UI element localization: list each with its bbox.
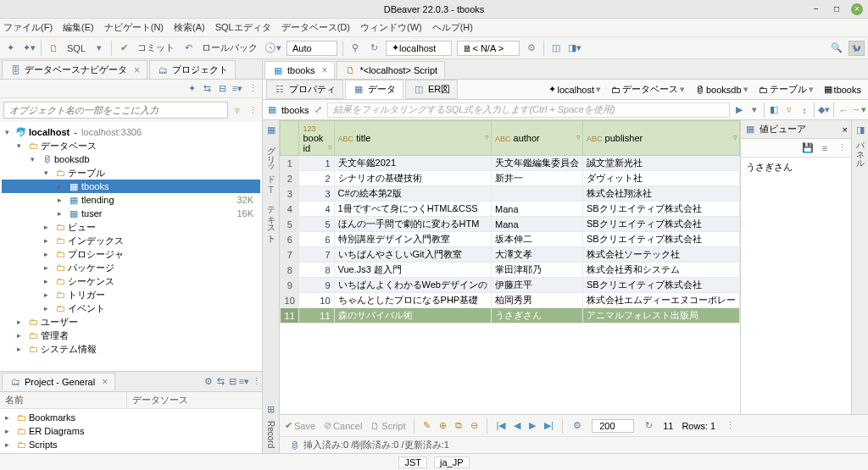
dup-row-icon[interactable]: ⧉ — [455, 420, 462, 431]
schema-select[interactable]: 🗎 < N/A > — [457, 41, 520, 56]
tree-table-tbooks[interactable]: ▸▦ tbooks — [2, 180, 260, 193]
save-button[interactable]: ✔Save — [285, 420, 315, 431]
col-datasource[interactable]: データソース — [127, 392, 193, 408]
subtab-er[interactable]: ◫ ER図 — [405, 80, 458, 99]
table-row[interactable]: 9 9 いちばんよくわかるWebデザインの 伊藤庄平 SBクリエイティブ株式会社 — [281, 278, 740, 293]
perspective-icon[interactable]: 🐿 — [849, 41, 865, 56]
table-row[interactable]: 4 4 1冊ですべて身につくHTML&CSS Mana SBクリエイティブ株式会… — [281, 202, 740, 217]
filter-menu-icon[interactable]: ⋮ — [247, 104, 259, 116]
mode-record[interactable]: Record — [266, 421, 275, 448]
tool1-icon[interactable]: ◫ — [549, 41, 563, 56]
menu-icon[interactable]: ⋮ — [250, 376, 262, 388]
connection-select[interactable]: ✦ localhost — [386, 41, 452, 56]
tree-connection[interactable]: ▾🐬 localhost - localhost:3306 — [2, 125, 260, 139]
project-item[interactable]: ▸🗀Bookmarks — [2, 411, 260, 424]
script-button[interactable]: 🗋Script — [370, 421, 405, 431]
menu-window[interactable]: ウィンドウ(W) — [360, 21, 422, 34]
tree-folder[interactable]: ▸🗀ユーザー — [2, 315, 260, 329]
column-header[interactable]: ABC publisher▿ — [582, 121, 739, 156]
cancel-button[interactable]: ⊘Cancel — [324, 420, 362, 431]
edit-row-icon[interactable]: ✎ — [423, 420, 431, 431]
tree-schema[interactable]: ▾🛢 booksdb — [2, 152, 260, 166]
tab-project[interactable]: 🗂 プロジェクト — [149, 60, 236, 79]
tree-table-tuser[interactable]: ▸▦ tuser16K — [2, 207, 260, 220]
table-row[interactable]: 6 6 特別講座デザイン入門教室 坂本伸二 SBクリエイティブ株式会社 — [281, 232, 740, 247]
table-row[interactable]: 7 7 いちばんやさしいGit入門教室 大澤文孝 株式会社ソーテック社 — [281, 247, 740, 263]
tree-folder[interactable]: ▸🗀インデックス — [2, 234, 260, 247]
project-item[interactable]: ▸🗀Scripts — [2, 438, 260, 451]
menu-database[interactable]: データベース(D) — [281, 21, 350, 34]
status-tz[interactable]: JST — [398, 456, 427, 468]
close-tab-icon[interactable]: × — [321, 64, 327, 76]
subtab-data[interactable]: ▦ データ — [345, 80, 403, 99]
maximize-button[interactable]: □ — [831, 3, 843, 15]
text-icon[interactable]: T — [265, 184, 277, 196]
tree-folder[interactable]: ▸🗀ビュー — [2, 220, 260, 234]
config-icon[interactable]: ≡▾ — [238, 376, 250, 388]
run-icon[interactable]: ▶ — [733, 104, 745, 116]
table-row[interactable]: 8 8 Vue.Js3 超入門 掌田津耶乃 株式会社秀和システム — [281, 263, 740, 278]
gear-icon[interactable]: ⚙ — [571, 420, 583, 432]
autocommit-select[interactable]: Auto — [287, 41, 337, 56]
menu-help[interactable]: ヘルプ(H) — [432, 21, 473, 34]
tree-tables-folder[interactable]: ▾🗀 テーブル — [2, 166, 260, 180]
new-connection-icon[interactable]: ✦ — [3, 41, 17, 56]
menu-file[interactable]: ファイル(F) — [3, 21, 53, 34]
sql-button[interactable]: 🗋 — [47, 41, 60, 56]
tab-db-navigator[interactable]: 🗄 データベースナビゲータ × — [2, 60, 147, 79]
search-icon[interactable]: 🔍 — [830, 41, 843, 56]
db-tree[interactable]: ▾🐬 localhost - localhost:3306 ▾🗀 データベース … — [0, 122, 262, 371]
status-locale[interactable]: ja_JP — [434, 456, 470, 468]
collapse-icon[interactable]: ⊟ — [226, 376, 238, 388]
more-icon[interactable]: ⋮ — [836, 142, 848, 154]
next-icon[interactable]: ▶ — [529, 420, 536, 431]
column-header[interactable]: ABC author▿ — [491, 121, 582, 156]
del-row-icon[interactable]: ⊖ — [470, 420, 478, 431]
close-button[interactable]: × — [851, 3, 863, 15]
prev-icon[interactable]: ◀ — [514, 420, 520, 431]
add-row-icon[interactable]: ⊕ — [439, 420, 447, 431]
menu-sql[interactable]: SQLエディタ — [215, 21, 271, 34]
fwd-icon[interactable]: →▾ — [853, 104, 865, 116]
link-icon[interactable]: ✦ — [186, 83, 198, 95]
table-row[interactable]: 1 1 天文年鑑2021 天文年鑑編集委員会 誠文堂新光社 — [281, 156, 740, 171]
txn-dropdown-icon[interactable]: 🕓▾ — [264, 41, 281, 56]
data-grid[interactable]: 123 book id▿ ABC title▿ ABC author▿ ABC … — [280, 120, 741, 414]
sort-icon[interactable]: ↕ — [798, 104, 810, 116]
tree-folder[interactable]: ▸🗀トリガー — [2, 288, 260, 301]
tree-table-tlending[interactable]: ▸▦ tlending32K — [2, 193, 260, 207]
record-icon[interactable]: ⊞ — [265, 404, 277, 416]
table-row[interactable]: 11 11 森のサバイバル術 うさぎさん アニマルフォレスト出版局 — [281, 308, 740, 323]
column-header[interactable]: ABC title▿ — [334, 121, 491, 156]
crumb-table[interactable]: ▦tbooks — [821, 83, 865, 96]
refresh-icon[interactable]: ↻ — [643, 420, 654, 432]
crumb-schema[interactable]: 🛢booksdb▾ — [692, 83, 752, 96]
table-row[interactable]: 5 5 ほんの一手間で劇的に変わるHTM Mana SBクリエイティブ株式会社 — [281, 217, 740, 232]
tree-folder[interactable]: ▸🗀パッケージ — [2, 261, 260, 274]
crumb-conn[interactable]: ✦localhost▾ — [545, 83, 604, 96]
tree-folder[interactable]: ▸🗀システム情報 — [2, 342, 260, 356]
column-header[interactable]: 123 book id▿ — [299, 121, 334, 156]
nav-config-icon[interactable]: ≡▾ — [231, 83, 243, 95]
config-icon[interactable]: ◆▾ — [818, 104, 830, 116]
tab-project-general[interactable]: 🗂 Project - General × — [2, 373, 115, 390]
close-tab-icon[interactable]: × — [102, 376, 108, 388]
tool2-icon[interactable]: ◨▾ — [568, 41, 581, 56]
menu-search[interactable]: 検索(A) — [174, 21, 205, 34]
mode-grid[interactable]: グリッド — [265, 141, 277, 179]
tree-folder[interactable]: ▸🗀管理者 — [2, 329, 260, 342]
panels-icon[interactable]: ◧ — [768, 104, 780, 116]
menu-navigate[interactable]: ナビゲート(N) — [104, 21, 164, 34]
panel-icon[interactable]: ◨ — [854, 124, 866, 135]
tree-databases[interactable]: ▾🗀 データベース — [2, 139, 260, 152]
collapse-icon[interactable]: ⇆ — [201, 83, 213, 95]
grid-icon[interactable]: ▦ — [265, 124, 277, 135]
editor-tab-tbooks[interactable]: ▦ tbooks × — [264, 61, 335, 79]
filter-input[interactable]: 結果をフィルタリングするSQL式を入力します(Ctrl + Spaceを使用) — [327, 102, 730, 118]
disconnect-icon[interactable]: ⚲ — [348, 41, 362, 56]
menu-edit[interactable]: 編集(E) — [63, 21, 94, 34]
close-tab-icon[interactable]: × — [134, 64, 140, 76]
menu-icon[interactable]: ≡ — [819, 142, 831, 154]
nav-collapse-all-icon[interactable]: ⊟ — [216, 83, 228, 95]
table-row[interactable]: 10 10 ちゃんとしたプロになるPHP基礎 柏岡秀男 株式会社エムディーエヌコ… — [281, 293, 740, 308]
